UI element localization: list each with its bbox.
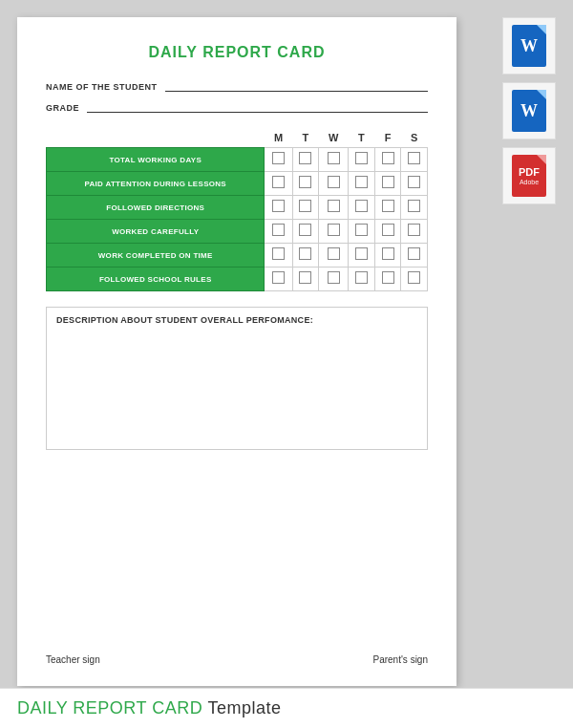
header-f: F (374, 128, 401, 148)
cell-w (319, 148, 349, 172)
student-name-row: NAME OF THE STUDENT (46, 82, 428, 92)
header-s: S (401, 128, 428, 148)
cell-t2 (349, 196, 375, 220)
table-row: FOLLOWED SCHOOL RULES (47, 268, 428, 291)
cell-s (401, 268, 428, 291)
report-card: DAILY REPORT CARD NAME OF THE STUDENT GR… (17, 17, 456, 686)
cell-t (292, 268, 319, 291)
row-label-carefully: WORKED CAREFULLY (47, 220, 265, 244)
report-table: M T W T F S TOTAL WORKING DAYS (46, 128, 428, 291)
bottom-title-gray: Template (202, 698, 281, 717)
row-label-directions: FOLLOWED DIRECTIONS (47, 196, 265, 220)
grade-row: GRADE (46, 103, 428, 113)
table-header-row: M T W T F S (47, 128, 428, 148)
cell-m (265, 220, 292, 244)
header-category (47, 128, 265, 148)
cell-f (374, 172, 401, 196)
row-label-attention: PAID ATTENTION DURING LESSONS (47, 172, 265, 196)
cell-t2 (349, 148, 375, 172)
cell-f (374, 220, 401, 244)
cell-t2 (349, 244, 375, 268)
grade-line (87, 112, 428, 113)
cell-m (265, 196, 292, 220)
cell-f (374, 148, 401, 172)
student-name-label: NAME OF THE STUDENT (46, 82, 158, 92)
cell-m (265, 268, 292, 291)
cell-t (292, 148, 319, 172)
header-m: M (265, 128, 292, 148)
table-row: PAID ATTENTION DURING LESSONS (47, 172, 428, 196)
cell-w (319, 268, 349, 291)
cell-f (374, 244, 401, 268)
cell-t (292, 220, 319, 244)
table-row: WORKED CAREFULLY (47, 220, 428, 244)
word-doc-icon-2: W (512, 90, 546, 132)
teacher-sign-label: Teacher sign (46, 654, 100, 665)
bottom-title: DAILY REPORT CARD Template (17, 698, 281, 717)
cell-s (401, 244, 428, 268)
cell-w (319, 172, 349, 196)
table-row: FOLLOWED DIRECTIONS (47, 196, 428, 220)
cell-f (374, 268, 401, 291)
row-label-rules: FOLLOWED SCHOOL RULES (47, 268, 265, 291)
grade-label: GRADE (46, 103, 79, 113)
attendance-table-section: M T W T F S TOTAL WORKING DAYS (46, 128, 428, 291)
description-section: DESCRIPTION ABOUT STUDENT OVERALL PERFOM… (46, 307, 428, 450)
bottom-title-green: DAILY REPORT CARD (17, 698, 202, 717)
table-row: WORK COMPLETED ON TIME (47, 244, 428, 268)
cell-t (292, 244, 319, 268)
cell-s (401, 172, 428, 196)
card-title: DAILY REPORT CARD (46, 44, 428, 61)
cell-t2 (349, 268, 375, 291)
word-icon-1[interactable]: W (502, 17, 556, 75)
bottom-bar: DAILY REPORT CARD Template (0, 688, 573, 728)
cell-m (265, 172, 292, 196)
cell-t2 (349, 172, 375, 196)
cell-s (401, 220, 428, 244)
cell-w (319, 220, 349, 244)
word-icon-2[interactable]: W (502, 82, 556, 139)
cell-s (401, 148, 428, 172)
description-label: DESCRIPTION ABOUT STUDENT OVERALL PERFOM… (56, 315, 417, 325)
cell-m (265, 148, 292, 172)
table-row: TOTAL WORKING DAYS (47, 148, 428, 172)
cell-t2 (349, 220, 375, 244)
cell-m (265, 244, 292, 268)
cell-w (319, 196, 349, 220)
cell-w (319, 244, 349, 268)
cell-t (292, 196, 319, 220)
header-w: W (319, 128, 349, 148)
cell-t (292, 172, 319, 196)
cell-f (374, 196, 401, 220)
pdf-doc-icon: PDF Adobe (512, 155, 546, 197)
side-icons: W W PDF Adobe (502, 17, 556, 204)
parent-sign-label: Parent's sign (373, 654, 429, 665)
word-doc-icon: W (512, 25, 546, 67)
header-t2: T (349, 128, 375, 148)
cell-s (401, 196, 428, 220)
row-label-ontime: WORK COMPLETED ON TIME (47, 244, 265, 268)
signature-row: Teacher sign Parent's sign (46, 639, 428, 665)
student-name-line (165, 91, 429, 92)
header-t1: T (292, 128, 319, 148)
row-label-total: TOTAL WORKING DAYS (47, 148, 265, 172)
pdf-icon[interactable]: PDF Adobe (502, 147, 556, 204)
